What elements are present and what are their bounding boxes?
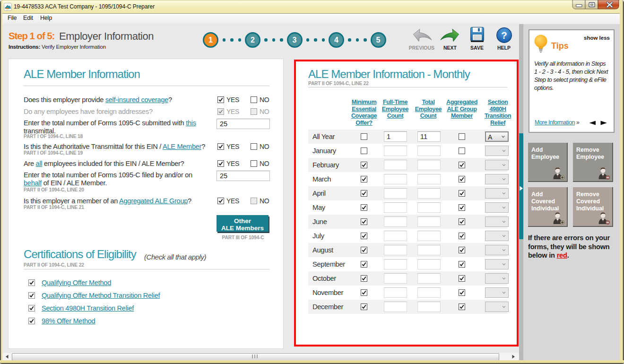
svg-text:?: ? xyxy=(501,30,507,41)
